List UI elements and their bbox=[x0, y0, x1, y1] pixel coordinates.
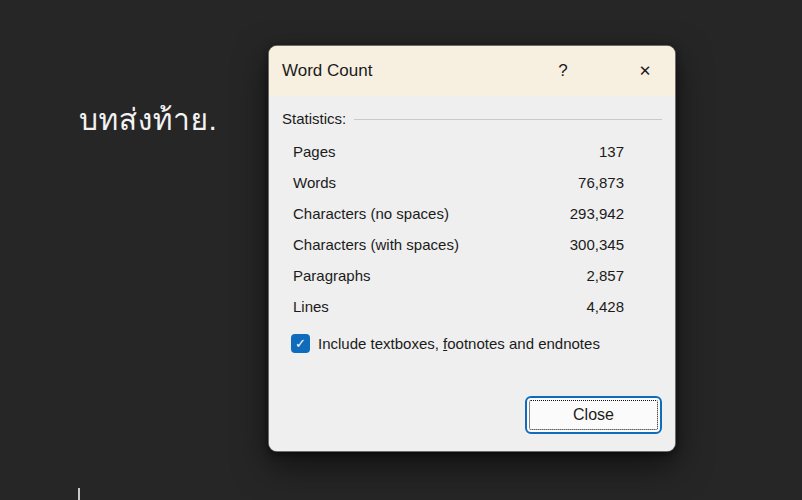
stat-row-paragraphs: Paragraphs 2,857 bbox=[293, 260, 624, 291]
stat-value: 293,942 bbox=[570, 205, 624, 222]
document-thai-text: บทส่งท้าย. bbox=[79, 96, 217, 143]
stat-row-pages: Pages 137 bbox=[293, 136, 624, 167]
text-caret bbox=[78, 488, 80, 500]
checkbox-label-part: Include textboxes, bbox=[318, 335, 443, 352]
stat-value: 4,428 bbox=[586, 298, 624, 315]
dialog-titlebar: Word Count ? ✕ bbox=[269, 46, 675, 96]
close-icon[interactable]: ✕ bbox=[627, 54, 663, 88]
close-button[interactable]: Close bbox=[525, 396, 662, 434]
stat-value: 2,857 bbox=[586, 267, 624, 284]
stat-label: Words bbox=[293, 174, 336, 191]
stat-value: 300,345 bbox=[570, 236, 624, 253]
statistics-section-header: Statistics: bbox=[282, 110, 662, 127]
dialog-button-row: Close bbox=[282, 396, 662, 434]
include-textboxes-option[interactable]: Include textboxes, footnotes and endnote… bbox=[282, 334, 662, 353]
dialog-body: Statistics: Pages 137 Words 76,873 Chara… bbox=[269, 96, 675, 451]
stat-row-lines: Lines 4,428 bbox=[293, 291, 624, 322]
stat-row-characters-with-spaces: Characters (with spaces) 300,345 bbox=[293, 229, 624, 260]
stat-row-characters-no-spaces: Characters (no spaces) 293,942 bbox=[293, 198, 624, 229]
section-divider bbox=[354, 119, 662, 120]
statistics-list: Pages 137 Words 76,873 Characters (no sp… bbox=[282, 136, 662, 322]
checkbox-checked-icon[interactable] bbox=[291, 334, 310, 353]
stat-label: Characters (no spaces) bbox=[293, 205, 449, 222]
checkbox-label-part: ootnotes and endnotes bbox=[447, 335, 600, 352]
stat-label: Lines bbox=[293, 298, 329, 315]
stat-label: Pages bbox=[293, 143, 336, 160]
stat-row-words: Words 76,873 bbox=[293, 167, 624, 198]
stat-value: 137 bbox=[599, 143, 624, 160]
stat-label: Paragraphs bbox=[293, 267, 371, 284]
stat-label: Characters (with spaces) bbox=[293, 236, 459, 253]
statistics-label: Statistics: bbox=[282, 110, 346, 127]
word-count-dialog: Word Count ? ✕ Statistics: Pages 137 Wor… bbox=[268, 45, 676, 452]
checkbox-label: Include textboxes, footnotes and endnote… bbox=[318, 335, 600, 352]
help-button[interactable]: ? bbox=[545, 54, 581, 88]
dialog-title: Word Count bbox=[282, 61, 545, 81]
stat-value: 76,873 bbox=[578, 174, 624, 191]
